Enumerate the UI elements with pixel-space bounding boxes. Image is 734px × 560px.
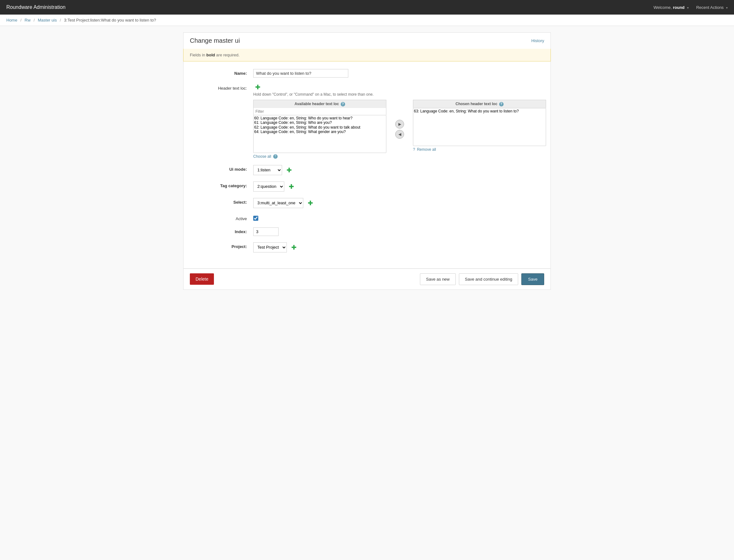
recent-actions-nav[interactable]: Recent Actions ▾ bbox=[696, 5, 728, 10]
add-tag-category-btn[interactable]: ✚ bbox=[289, 183, 294, 190]
ui-mode-select[interactable]: 1:listen2:speak3:browse bbox=[253, 165, 282, 175]
tag-category-row: Tag category: 2:question1:gender3:age ✚ bbox=[190, 181, 544, 192]
breadcrumb-home[interactable]: Home bbox=[6, 18, 17, 22]
add-header-text-btn[interactable]: ✚ bbox=[255, 84, 546, 90]
active-row: Active bbox=[190, 214, 544, 221]
project-row: Project: Test Project ✚ bbox=[190, 242, 544, 252]
name-row: Name: bbox=[190, 69, 544, 78]
transfer-buttons: ▶ ◀ bbox=[393, 120, 407, 139]
add-project-btn[interactable]: ✚ bbox=[291, 244, 297, 251]
available-help-icon: ? bbox=[341, 102, 345, 106]
app-brand: Roundware Administration bbox=[6, 4, 654, 10]
select-row: Select: 3:multi_at_least_one1:single2:mu… bbox=[190, 198, 544, 208]
breadcrumb-master-uis[interactable]: Master uis bbox=[38, 18, 57, 22]
available-panel: Available header text loc ? 60: Language… bbox=[253, 100, 386, 159]
welcome-text: Welcome, round ▾ bbox=[654, 5, 689, 10]
required-notice: Fields in bold are required. bbox=[183, 49, 551, 61]
select-field: 3:multi_at_least_one1:single2:multi ✚ bbox=[253, 198, 544, 208]
available-panel-title: Available header text loc ? bbox=[253, 100, 386, 108]
add-select-btn[interactable]: ✚ bbox=[308, 200, 313, 206]
transfer-right-btn[interactable]: ▶ bbox=[395, 120, 404, 129]
choose-all-link[interactable]: Choose all bbox=[253, 154, 271, 159]
chosen-panel-title: Chosen header text loc ? bbox=[413, 100, 546, 108]
page-title: Change master ui bbox=[190, 37, 240, 44]
project-field: Test Project ✚ bbox=[253, 242, 544, 252]
tag-category-label: Tag category: bbox=[190, 181, 253, 188]
ui-mode-field: 1:listen2:speak3:browse ✚ bbox=[253, 165, 544, 175]
breadcrumb-sep-2: / bbox=[34, 18, 35, 22]
history-link[interactable]: History bbox=[532, 38, 544, 43]
chosen-panel: Chosen header text loc ? 63: Language Co… bbox=[413, 100, 546, 152]
page-header: Change master ui History bbox=[183, 32, 551, 49]
ui-mode-row: Ui mode: 1:listen2:speak3:browse ✚ bbox=[190, 165, 544, 175]
index-field bbox=[253, 227, 544, 236]
active-field bbox=[253, 214, 544, 221]
save-button[interactable]: Save bbox=[521, 273, 544, 285]
choose-all-row: Choose all ? bbox=[253, 154, 386, 159]
select-select[interactable]: 3:multi_at_least_one1:single2:multi bbox=[253, 198, 303, 208]
remove-all-help-icon: ? bbox=[413, 147, 415, 152]
choose-all-help-icon: ? bbox=[273, 154, 278, 159]
index-label: Index: bbox=[190, 227, 253, 234]
header-text-hint: Hold down "Control", or "Command" on a M… bbox=[253, 92, 546, 97]
chosen-help-icon: ? bbox=[499, 102, 504, 106]
filter-input[interactable] bbox=[253, 108, 386, 115]
header-text-loc-row: Header text loc: ✚ Hold down "Control", … bbox=[190, 84, 544, 159]
recent-actions-arrow: ▾ bbox=[726, 6, 728, 10]
ui-mode-label: Ui mode: bbox=[190, 165, 253, 172]
project-select[interactable]: Test Project bbox=[253, 242, 287, 252]
user-dropdown-arrow[interactable]: ▾ bbox=[687, 6, 689, 10]
index-row: Index: bbox=[190, 227, 544, 236]
form-container: Name: Header text loc: ✚ Hold down "Cont… bbox=[183, 61, 551, 269]
breadcrumb-rw[interactable]: Rw bbox=[25, 18, 31, 22]
save-buttons: Save as new Save and continue editing Sa… bbox=[420, 273, 544, 285]
transfer-left-btn[interactable]: ◀ bbox=[395, 130, 404, 139]
delete-button[interactable]: Delete bbox=[190, 273, 214, 285]
top-nav: Roundware Administration Welcome, round … bbox=[0, 0, 734, 15]
header-text-loc-label: Header text loc: bbox=[190, 84, 253, 91]
action-bar: Delete Save as new Save and continue edi… bbox=[183, 269, 551, 290]
save-and-continue-button[interactable]: Save and continue editing bbox=[459, 273, 519, 285]
add-ui-mode-btn[interactable]: ✚ bbox=[286, 167, 292, 173]
select-label: Select: bbox=[190, 198, 253, 205]
username-label: round bbox=[673, 5, 685, 10]
index-input[interactable] bbox=[253, 227, 278, 236]
chosen-list-select[interactable]: 63: Language Code: en, String: What do y… bbox=[413, 108, 546, 146]
remove-all-link[interactable]: Remove all bbox=[417, 147, 436, 152]
project-label: Project: bbox=[190, 242, 253, 249]
active-label: Active bbox=[190, 214, 253, 221]
available-list-select[interactable]: 60: Language Code: en, String: Who do yo… bbox=[253, 115, 386, 153]
breadcrumb-current: 3:Test Project:listen:What do you want t… bbox=[64, 18, 156, 22]
page-container: Change master ui History Fields in bold … bbox=[177, 26, 557, 296]
tag-category-select[interactable]: 2:question1:gender3:age bbox=[253, 181, 284, 192]
tag-category-field: 2:question1:gender3:age ✚ bbox=[253, 181, 544, 192]
breadcrumb: Home / Rw / Master uis / 3:Test Project:… bbox=[0, 15, 734, 26]
name-label: Name: bbox=[190, 69, 253, 76]
dual-list-container: Available header text loc ? 60: Language… bbox=[253, 100, 546, 159]
breadcrumb-sep-3: / bbox=[60, 18, 61, 22]
bold-required: bold bbox=[206, 53, 215, 57]
save-as-new-button[interactable]: Save as new bbox=[420, 273, 456, 285]
breadcrumb-sep-1: / bbox=[20, 18, 22, 22]
name-field bbox=[253, 69, 544, 78]
header-text-loc-field: ✚ Hold down "Control", or "Command" on a… bbox=[253, 84, 546, 159]
remove-all-row: ? Remove all bbox=[413, 147, 546, 152]
name-input[interactable] bbox=[253, 69, 348, 78]
nav-right: Welcome, round ▾ Recent Actions ▾ bbox=[654, 5, 728, 10]
active-checkbox[interactable] bbox=[253, 216, 258, 221]
